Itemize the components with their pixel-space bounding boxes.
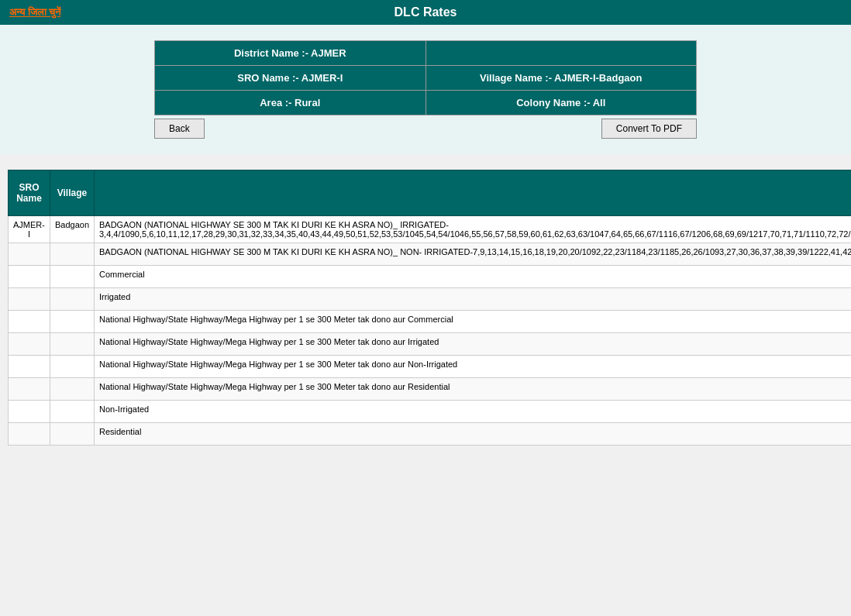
cell-sro xyxy=(9,378,50,401)
district-label: District Name :- AJMER xyxy=(155,41,426,66)
cell-sro xyxy=(9,333,50,356)
cell-colony: National Highway/State Highway/Mega High… xyxy=(95,356,852,378)
area-label: Area :- Rural xyxy=(155,91,426,115)
change-district-link[interactable]: अन्य जिला चुनें xyxy=(9,6,60,19)
cell-village xyxy=(50,288,94,311)
cell-colony: National Highway/State Highway/Mega High… xyxy=(95,378,852,401)
page-title: DLC Rates xyxy=(394,5,457,19)
table-row: BADGAON (NATIONAL HIGHWAY SE 300 M TAK K… xyxy=(9,243,852,266)
back-button[interactable]: Back xyxy=(154,119,205,139)
table-row: ResidentialResidential216206Sq FtSelect xyxy=(9,423,852,446)
data-table: SRO Name Village Colony Type Of Land Ext… xyxy=(8,170,851,446)
village-label: Village Name :- AJMER-I-Badgaon xyxy=(426,66,697,91)
action-buttons-row: Back Convert To PDF xyxy=(154,119,697,139)
cell-village xyxy=(50,266,94,288)
table-row: National Highway/State Highway/Mega High… xyxy=(9,356,852,378)
cell-village: Badgaon xyxy=(50,216,94,243)
table-row: CommercialCommercial669-Sq FtSelect xyxy=(9,266,852,288)
main-section: SRO Name Village Colony Type Of Land Ext… xyxy=(0,154,851,453)
cell-village xyxy=(50,311,94,333)
table-row: National Highway/State Highway/Mega High… xyxy=(9,311,852,333)
cell-village xyxy=(50,243,94,266)
sro-label: SRO Name :- AJMER-I xyxy=(155,66,426,91)
header-colony: Colony xyxy=(95,170,852,216)
cell-sro xyxy=(9,401,50,423)
cell-colony: Residential xyxy=(95,423,852,446)
cell-sro xyxy=(9,311,50,333)
cell-sro xyxy=(9,288,50,311)
top-bar: अन्य जिला चुनें DLC Rates xyxy=(0,0,851,25)
colony-label: Colony Name :- All xyxy=(426,91,697,115)
cell-village xyxy=(50,333,94,356)
cell-colony: National Highway/State Highway/Mega High… xyxy=(95,311,852,333)
cell-colony: Commercial xyxy=(95,266,852,288)
convert-pdf-button[interactable]: Convert To PDF xyxy=(601,119,697,139)
table-row: AJMER-IBadgaonBADGAON (NATIONAL HIGHWAY … xyxy=(9,216,852,243)
cell-village xyxy=(50,378,94,401)
table-row: Non-IrrigatedAgriculture3453837-HectareS… xyxy=(9,401,852,423)
header-sro: SRO Name xyxy=(9,170,50,216)
cell-sro xyxy=(9,356,50,378)
cell-sro xyxy=(9,423,50,446)
cell-sro: AJMER-I xyxy=(9,216,50,243)
cell-sro xyxy=(9,266,50,288)
cell-colony: BADGAON (NATIONAL HIGHWAY SE 300 M TAK K… xyxy=(95,216,852,243)
info-table: District Name :- AJMER SRO Name :- AJMER… xyxy=(154,40,697,115)
district-value xyxy=(426,41,697,66)
cell-colony: National Highway/State Highway/Mega High… xyxy=(95,333,852,356)
cell-village xyxy=(50,423,94,446)
cell-village xyxy=(50,401,94,423)
table-header-row: SRO Name Village Colony Type Of Land Ext… xyxy=(9,170,852,216)
cell-village xyxy=(50,356,94,378)
cell-sro xyxy=(9,243,50,266)
header-village: Village xyxy=(50,170,94,216)
cell-colony: Irrigated xyxy=(95,288,852,311)
cell-colony: BADGAON (NATIONAL HIGHWAY SE 300 M TAK K… xyxy=(95,243,852,266)
info-section: District Name :- AJMER SRO Name :- AJMER… xyxy=(0,25,851,154)
table-row: IrrigatedAgriculture3835678-HectareSelec… xyxy=(9,288,852,311)
table-row: National Highway/State Highway/Mega High… xyxy=(9,378,852,401)
cell-colony: Non-Irrigated xyxy=(95,401,852,423)
table-row: National Highway/State Highway/Mega High… xyxy=(9,333,852,356)
